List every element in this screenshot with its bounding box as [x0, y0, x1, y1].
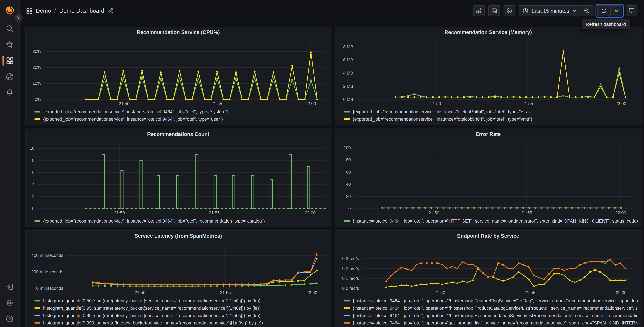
panel-chart[interactable]: 21:5021:5522:000 MB2 MB4 MB6 MB8 MB: [335, 38, 641, 108]
svg-text:400 milliseconds: 400 milliseconds: [32, 253, 63, 258]
legend-swatch: [34, 118, 40, 120]
panel-chart[interactable]: 21:5021:5522:00020406080100: [335, 140, 641, 217]
refresh-dashboard-button[interactable]: [598, 6, 610, 16]
panel-chart[interactable]: 21:5021:5522:000 milliseconds200 millise…: [26, 242, 331, 296]
svg-text:21:50: 21:50: [119, 101, 130, 106]
legend-item[interactable]: {instance="otelcol:9464", job="otel", op…: [344, 298, 638, 304]
svg-text:21:55: 21:55: [211, 101, 222, 106]
svg-text:60: 60: [346, 170, 351, 174]
svg-text:21:55: 21:55: [220, 290, 231, 295]
panel-title[interactable]: Endpoint Rate by Service: [335, 231, 641, 242]
legend-item[interactable]: {instance="otelcol:9464", job="otel", op…: [344, 312, 638, 318]
legend-item[interactable]: {exported_job="recommendationservice", i…: [34, 109, 328, 114]
share-icon[interactable]: [108, 8, 113, 14]
panel-title[interactable]: Recommendation Service (CPU%): [26, 27, 331, 38]
panel-title[interactable]: Service Latency (from SpanMetrics): [26, 231, 331, 242]
sidebar-item-sign-in[interactable]: [0, 279, 19, 295]
legend-item[interactable]: {instance="otelcol:9464", job="otel", op…: [344, 218, 638, 224]
svg-text:6 MB: 6 MB: [343, 58, 353, 62]
cycle-view-mode-button[interactable]: [626, 5, 638, 16]
panel-title[interactable]: Recommendations Count: [26, 129, 331, 140]
svg-text:21:55: 21:55: [521, 210, 532, 215]
sidebar-item-settings[interactable]: [0, 295, 19, 311]
svg-text:8 MB: 8 MB: [343, 44, 353, 49]
apps-icon: [26, 8, 32, 14]
legend-item[interactable]: {exported_job="recommendationservice", i…: [34, 116, 328, 122]
add-panel-icon: [476, 8, 482, 14]
panel-recommendation-service-memory: Recommendation Service (Memory)21:5021:5…: [335, 27, 642, 125]
svg-text:2: 2: [32, 194, 34, 199]
legend-item[interactable]: histogram_quantile(0.95, sum(rate(latenc…: [34, 305, 328, 311]
svg-text:?: ?: [8, 316, 11, 321]
legend-swatch: [344, 111, 350, 113]
gear-icon: [6, 299, 14, 307]
svg-text:21:50: 21:50: [430, 101, 441, 106]
svg-text:10%: 10%: [32, 81, 41, 86]
panel-legend: histogram_quantile(0.50, sum(rate(latenc…: [26, 296, 331, 327]
legend-swatch: [34, 314, 40, 316]
legend-swatch: [34, 322, 40, 324]
svg-text:21:55: 21:55: [522, 101, 533, 106]
svg-text:4: 4: [32, 182, 34, 187]
dashboard-settings-button[interactable]: [504, 5, 515, 16]
add-panel-button[interactable]: [473, 5, 485, 16]
sidebar-item-explore[interactable]: [0, 69, 19, 84]
sidebar-item-help[interactable]: ?: [0, 311, 19, 327]
breadcrumb-section[interactable]: Demo: [36, 8, 51, 14]
panel-legend: {exported_job="recommendationservice", i…: [26, 217, 331, 227]
panel-recommendation-service-cpu: Recommendation Service (CPU%)21:5021:552…: [25, 27, 332, 125]
legend-item[interactable]: histogram_quantile(0.99, sum(rate(latenc…: [34, 312, 328, 318]
svg-text:10: 10: [30, 146, 34, 150]
legend-label: {instance="otelcol:9464", job="otel", op…: [353, 298, 638, 303]
search-icon: [6, 25, 14, 32]
legend-item[interactable]: {exported_job="recommendationservice", i…: [344, 116, 638, 122]
legend-swatch: [344, 220, 350, 222]
svg-text:40: 40: [346, 182, 351, 186]
breadcrumb-page[interactable]: Demo Dashboard: [59, 8, 104, 14]
panel-service-latency-from-spanmetrics: Service Latency (from SpanMetrics)21:502…: [25, 230, 332, 327]
legend-item[interactable]: histogram_quantile(0.999, sum(rate(laten…: [34, 320, 328, 326]
save-dashboard-button[interactable]: [488, 5, 500, 16]
svg-text:21:50: 21:50: [428, 210, 439, 215]
svg-text:0.0 req/s: 0.0 req/s: [342, 286, 359, 290]
legend-item[interactable]: {exported_job="recommendationservice", i…: [34, 218, 328, 224]
time-range-picker[interactable]: Last 15 minutes: [519, 6, 580, 16]
time-controls: Last 15 minutes: [519, 5, 594, 16]
legend-item[interactable]: {instance="otelcol:9464", job="otel", op…: [344, 305, 638, 311]
legend-label: {instance="otelcol:9464", job="otel", op…: [353, 306, 638, 310]
legend-item[interactable]: {exported_job="recommendationservice", i…: [344, 109, 638, 114]
svg-text:22:00: 22:00: [305, 101, 316, 106]
time-range-label: Last 15 minutes: [532, 8, 569, 14]
svg-text:0 MB: 0 MB: [343, 97, 353, 102]
legend-swatch: [34, 300, 40, 302]
svg-text:0 milliseconds: 0 milliseconds: [36, 286, 63, 290]
legend-label: {instance="otelcol:9464", job="otel", op…: [353, 313, 638, 318]
svg-text:2 MB: 2 MB: [343, 84, 353, 89]
compass-icon: [6, 72, 14, 81]
sidebar-item-alerting[interactable]: [0, 84, 19, 100]
legend-label: {exported_job="recommendationservice", i…: [43, 218, 265, 224]
legend-swatch: [34, 111, 40, 113]
legend-swatch: [34, 220, 40, 222]
legend-item[interactable]: {instance="otelcol:9464", job="otel", op…: [344, 320, 638, 326]
panel-chart[interactable]: 21:5021:5522:000%10%20%30%: [26, 38, 331, 108]
sidebar-item-dashboards[interactable]: [0, 52, 19, 68]
svg-text:22:00: 22:00: [615, 210, 626, 215]
panel-chart[interactable]: 21:5021:5522:000.0 req/s0.1 req/s0.2 req…: [335, 242, 641, 296]
sidebar-expand-button[interactable]: [14, 14, 23, 22]
sidebar-item-starred[interactable]: [0, 36, 19, 52]
panel-chart[interactable]: 21:5021:5522:000246810: [26, 140, 331, 217]
legend-label: {exported_job="recommendationservice", i…: [43, 109, 228, 114]
legend-label: {exported_job="recommendationservice", i…: [43, 117, 223, 122]
legend-label: histogram_quantile(0.999, sum(rate(laten…: [43, 320, 263, 325]
panel-error-rate: Error Rate21:5021:5522:00020406080100{in…: [335, 128, 642, 227]
panel-recommendations-count: Recommendations Count21:5021:5522:000246…: [25, 128, 332, 227]
panel-legend: {instance="otelcol:9464", job="otel", op…: [335, 296, 641, 327]
sidebar-item-search[interactable]: [0, 20, 19, 36]
svg-text:21:55: 21:55: [209, 210, 220, 215]
legend-item[interactable]: histogram_quantile(0.50, sum(rate(latenc…: [34, 298, 328, 304]
zoom-out-button[interactable]: [580, 6, 593, 16]
panel-title[interactable]: Error Rate: [335, 129, 641, 140]
refresh-icon: [601, 8, 607, 14]
refresh-interval-dropdown[interactable]: [610, 6, 622, 16]
